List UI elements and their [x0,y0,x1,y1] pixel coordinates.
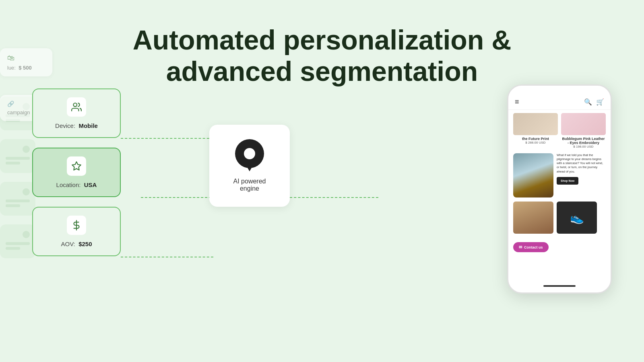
phone-product-2-price: $ 198.00 USD [561,145,606,148]
segment-card-aov: AOV: $250 [32,207,121,256]
phone-product-1: the Future Print $ 288.00 USD [513,113,558,148]
ai-logo-inner [244,148,255,159]
phone-mockup: ≡ 🔍 🛒 the Future Print $ 288.00 USD Bubb… [507,84,612,294]
phone-product-2: Bubblegum Pink Leather - Eyes Embroidery… [561,113,606,148]
segment-card-device: Device: Mobile [32,88,121,138]
phone-bottom-grid: 👟 [508,199,611,236]
hamburger-icon: ≡ [515,98,519,106]
phone-thumb-2: 👟 [557,202,597,234]
connector-top [121,138,213,139]
phone-product-1-name: the Future Print [513,137,558,141]
phone-header: ≡ 🔍 🛒 [508,94,611,110]
ai-engine-label: AI powered engine [225,178,274,192]
phone-product-2-name: Bubblegum Pink Leather - Eyes Embroidery [561,137,606,145]
phone-product-1-price: $ 288.00 USD [513,141,558,144]
aov-label: AOV: $250 [61,241,92,247]
phone-thumb-1 [513,202,553,234]
ghost-card-4 [0,224,35,258]
shoe-icon: 👟 [570,211,584,224]
heading-line1: Automated personalization & advanced seg… [0,24,644,87]
ghost-card-2 [0,139,35,173]
ghost-card-3 [0,182,35,216]
aov-icon [67,216,86,235]
search-icon: 🔍 [584,98,592,106]
svg-point-0 [73,103,77,107]
connector-mid [141,197,211,198]
location-label: Location: USA [56,181,97,188]
contact-us-button[interactable]: ✉ Contact us [513,242,549,252]
phone-home-indicator [543,285,576,287]
phone-header-icons: 🔍 🛒 [584,98,604,106]
phone-banner-section: What if we told you that the pilgrimage … [508,152,611,199]
device-label: Device: Mobile [55,122,98,129]
location-icon [67,156,86,176]
ai-logo [235,139,264,168]
segment-cards-group: Device: Mobile Location: USA AOV: $250 [32,88,121,266]
svg-marker-1 [72,162,81,170]
shop-now-button[interactable]: Shop Now [557,177,578,185]
connector-bot [121,257,213,257]
cart-icon: 🛒 [596,98,604,106]
main-heading: Automated personalization & advanced seg… [0,0,644,87]
email-icon: ✉ [519,245,522,249]
phone-notch [543,86,576,94]
connector-ai-phone [290,197,378,198]
segment-card-location: Location: USA [32,148,121,197]
phone-banner-image [513,153,553,197]
phone-banner-text: What if we told you that the pilgrimage … [557,153,606,197]
phone-banner-image-inner [513,153,553,197]
ai-engine-box: AI powered engine [209,125,290,207]
phone-products-row: the Future Print $ 288.00 USD Bubblegum … [508,110,611,152]
device-icon [67,97,86,117]
phone-content: ≡ 🔍 🛒 the Future Print $ 288.00 USD Bubb… [508,94,611,292]
